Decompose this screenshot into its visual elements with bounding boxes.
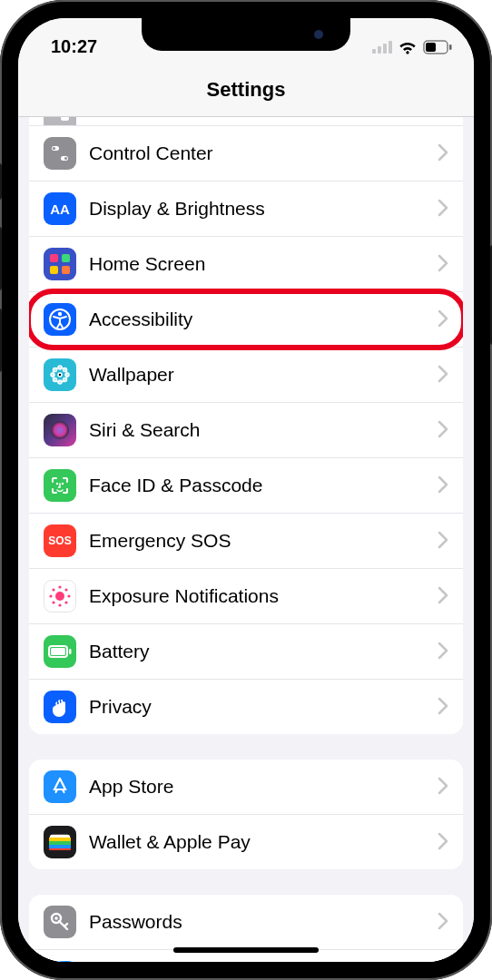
chevron-right-icon — [438, 195, 448, 223]
settings-row-label: Accessibility — [89, 309, 425, 330]
chevron-right-icon — [438, 140, 448, 168]
svg-point-35 — [52, 588, 54, 591]
chevron-right-icon — [438, 908, 448, 936]
settings-row-label: Privacy — [89, 696, 425, 718]
svg-point-18 — [58, 373, 62, 377]
svg-rect-3 — [389, 41, 392, 54]
settings-group: App StoreWallet & Apple Pay — [29, 760, 463, 869]
mail-icon — [44, 961, 76, 962]
settings-row-passwords[interactable]: Passwords — [29, 895, 463, 950]
svg-rect-2 — [383, 44, 387, 54]
svg-rect-44 — [49, 841, 71, 845]
wallet-apple-pay-icon — [44, 826, 76, 858]
settings-row-emergency-sos[interactable]: SOSEmergency SOS — [29, 514, 463, 569]
svg-rect-13 — [50, 266, 58, 274]
chevron-right-icon — [438, 361, 448, 389]
svg-point-8 — [53, 147, 55, 150]
chevron-right-icon — [438, 773, 448, 801]
settings-group: Control CenterAADisplay & BrightnessHome… — [29, 117, 463, 734]
settings-row-label: Face ID & Passcode — [89, 475, 425, 496]
exposure-notifications-icon — [44, 580, 76, 612]
svg-rect-11 — [50, 254, 58, 262]
svg-point-36 — [64, 588, 67, 591]
front-camera — [314, 30, 323, 39]
settings-row-label: App Store — [89, 776, 425, 798]
settings-row-label: Passwords — [89, 911, 425, 933]
svg-point-33 — [49, 594, 52, 597]
general-icon — [44, 117, 76, 125]
settings-row-wallpaper[interactable]: Wallpaper — [29, 348, 463, 403]
svg-rect-14 — [62, 266, 70, 274]
emergency-sos-icon: SOS — [44, 524, 76, 557]
svg-point-16 — [58, 312, 62, 316]
settings-row-label: Home Screen — [89, 253, 425, 275]
home-screen-icon — [44, 248, 76, 280]
settings-row-label: Wallet & Apple Pay — [89, 831, 425, 853]
settings-row-app-store[interactable]: App Store — [29, 760, 463, 815]
svg-point-29 — [62, 483, 64, 485]
svg-rect-5 — [426, 43, 436, 52]
settings-row-siri-search[interactable]: Siri & Search — [29, 403, 463, 458]
settings-row-display-brightness[interactable]: AADisplay & Brightness — [29, 181, 463, 237]
settings-row-home-screen[interactable]: Home Screen — [29, 237, 463, 292]
svg-rect-6 — [449, 44, 452, 50]
wifi-icon — [398, 40, 418, 54]
svg-point-37 — [52, 601, 54, 603]
status-right — [372, 38, 452, 54]
siri-search-icon — [44, 414, 76, 446]
settings-row-exposure-notifications[interactable]: Exposure Notifications — [29, 569, 463, 624]
chevron-right-icon — [438, 306, 448, 334]
settings-row-accessibility[interactable]: Accessibility — [29, 292, 463, 348]
svg-rect-12 — [62, 254, 70, 262]
status-time: 10:27 — [51, 36, 97, 57]
display-brightness-icon: AA — [44, 192, 76, 225]
svg-point-32 — [58, 603, 61, 606]
settings-row-label: Battery — [89, 641, 425, 662]
chevron-right-icon — [438, 583, 448, 611]
app-store-icon — [44, 770, 76, 803]
settings-row-label: Control Center — [89, 142, 425, 164]
svg-point-38 — [64, 601, 67, 603]
settings-row-label: Siri & Search — [89, 419, 425, 441]
volume-down-button — [0, 309, 2, 372]
svg-point-34 — [67, 594, 70, 597]
svg-rect-0 — [372, 49, 376, 54]
svg-point-10 — [64, 157, 67, 160]
volume-up-button — [0, 227, 2, 290]
chevron-right-icon — [438, 693, 448, 721]
settings-row-privacy[interactable]: Privacy — [29, 680, 463, 734]
privacy-icon — [44, 691, 76, 723]
settings-row-face-id-passcode[interactable]: Face ID & Passcode — [29, 458, 463, 514]
chevron-right-icon — [438, 638, 448, 666]
settings-row-wallet-apple-pay[interactable]: Wallet & Apple Pay — [29, 815, 463, 869]
svg-point-30 — [55, 592, 64, 601]
cellular-icon — [372, 41, 392, 54]
face-id-passcode-icon — [44, 469, 76, 502]
svg-rect-40 — [51, 648, 65, 655]
chevron-right-icon — [438, 416, 448, 445]
settings-row-general-partial[interactable] — [29, 117, 463, 126]
settings-row-label: Display & Brightness — [89, 198, 425, 220]
wallpaper-icon — [44, 358, 76, 391]
settings-row-battery[interactable]: Battery — [29, 624, 463, 680]
passwords-icon — [44, 906, 76, 938]
chevron-right-icon — [438, 250, 448, 279]
chevron-right-icon — [438, 527, 448, 555]
svg-point-28 — [56, 483, 58, 485]
settings-row-label: Exposure Notifications — [89, 585, 425, 607]
svg-point-48 — [54, 916, 58, 920]
nav-header: Settings — [18, 64, 474, 117]
settings-row-control-center[interactable]: Control Center — [29, 126, 463, 181]
svg-rect-41 — [69, 649, 72, 654]
settings-row-label: Wallpaper — [89, 364, 425, 386]
mute-switch — [0, 163, 2, 200]
svg-point-27 — [51, 421, 69, 439]
settings-content[interactable]: Control CenterAADisplay & BrightnessHome… — [18, 117, 474, 962]
svg-rect-1 — [378, 46, 381, 54]
chevron-right-icon — [438, 828, 448, 857]
svg-rect-45 — [49, 845, 71, 848]
svg-point-31 — [58, 585, 61, 588]
page-title: Settings — [18, 78, 474, 102]
home-indicator[interactable] — [173, 947, 319, 953]
settings-row-label: Emergency SOS — [89, 530, 425, 552]
